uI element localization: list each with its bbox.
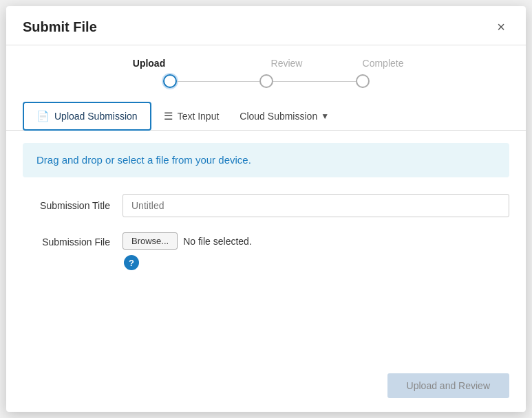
chevron-down-icon: ▼: [321, 111, 329, 121]
step-circle-upload: [163, 74, 177, 88]
dialog-body: Drag and drop or select a file from your…: [6, 131, 526, 362]
step-line-1: [177, 81, 259, 82]
file-input-row: Browse... No file selected.: [123, 232, 509, 250]
browse-button[interactable]: Browse...: [123, 232, 178, 250]
stepper: Upload Review Complete: [6, 45, 526, 95]
drop-zone-text: Drag and drop or select a file from your…: [36, 154, 251, 166]
step-circle-review: [259, 74, 273, 88]
submission-file-label: Submission File: [23, 232, 123, 248]
step-label-review: Review: [239, 58, 335, 69]
tab-cloud-label: Cloud Submission: [240, 111, 317, 122]
dialog-title: Submit File: [23, 19, 97, 35]
submit-file-dialog: Submit File × Upload Review Complete 📄 U…: [6, 6, 526, 412]
tab-text-label: Text Input: [178, 111, 220, 122]
upload-review-button[interactable]: Upload and Review: [387, 373, 509, 398]
tab-upload-submission[interactable]: 📄 Upload Submission: [23, 102, 151, 131]
dialog-footer: Upload and Review: [6, 362, 526, 412]
dialog-header: Submit File ×: [6, 6, 526, 45]
document-icon: 📄: [36, 110, 50, 122]
tabs-row: 📄 Upload Submission ☰ Text Input Cloud S…: [6, 95, 526, 131]
tab-text-input[interactable]: ☰ Text Input: [151, 103, 232, 129]
drop-zone[interactable]: Drag and drop or select a file from your…: [23, 143, 509, 177]
step-line-2: [273, 81, 356, 82]
step-circle-complete: [356, 74, 370, 88]
stepper-labels: Upload Review Complete: [101, 58, 432, 69]
submission-file-row: Submission File Browse... No file select…: [23, 232, 509, 270]
submission-file-col: Browse... No file selected. ?: [123, 232, 509, 270]
stepper-track: [163, 74, 370, 88]
lines-icon: ☰: [164, 110, 173, 122]
file-name-text: No file selected.: [183, 236, 252, 247]
tab-cloud-submission[interactable]: Cloud Submission ▼: [231, 104, 337, 129]
submission-title-control: [123, 194, 509, 217]
step-label-upload: Upload: [101, 58, 198, 69]
close-button[interactable]: ×: [493, 19, 509, 35]
help-icon[interactable]: ?: [124, 255, 139, 270]
submission-title-label: Submission Title: [23, 194, 123, 213]
submission-title-input[interactable]: [123, 194, 509, 217]
submission-title-row: Submission Title: [23, 194, 509, 217]
tab-upload-label: Upload Submission: [54, 111, 138, 122]
step-label-complete: Complete: [335, 58, 432, 69]
